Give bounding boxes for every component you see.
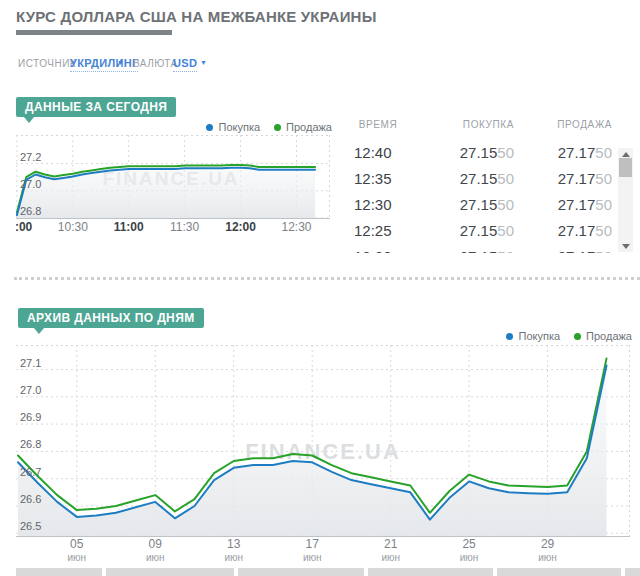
svg-text:09: 09 [149, 537, 163, 551]
svg-text:25: 25 [462, 537, 476, 551]
bottom-strip-segment [497, 568, 621, 576]
svg-text:июн: июн [146, 552, 165, 563]
svg-text:13: 13 [227, 537, 241, 551]
currency-label: ВАЛЮТА [133, 58, 178, 69]
title-underline [16, 30, 172, 35]
svg-text:05: 05 [70, 537, 84, 551]
arrow-down-icon [622, 244, 630, 249]
svg-text:12:00: 12:00 [225, 220, 256, 234]
legend-buy-label: Покупка [218, 121, 260, 133]
table-row: 12:25 27.1550 27.1750 [352, 217, 612, 243]
legend-item-sell[interactable]: Продажа [274, 121, 332, 133]
archive-chart[interactable]: FINANCE.UA27.127.026.926.826.726.626.505… [16, 345, 634, 565]
buy-dot-icon [506, 333, 513, 340]
table-row: 12:40 27.1550 27.1750 [352, 139, 612, 165]
svg-text:июн: июн [460, 552, 479, 563]
svg-text:21: 21 [384, 537, 398, 551]
sell-dot-icon [274, 124, 281, 131]
source-label: ИСТОЧНИК [18, 58, 76, 69]
buy-dot-icon [206, 124, 213, 131]
chevron-down-icon[interactable]: ▼ [200, 59, 207, 66]
row-sell: 27.1750 [518, 248, 612, 254]
table-row: 12:35 27.1550 27.1750 [352, 165, 612, 191]
row-time: 12:40 [352, 144, 404, 161]
bottom-strip-segment [368, 568, 493, 576]
row-sell: 27.1750 [518, 144, 612, 161]
row-buy: 27.1550 [408, 248, 514, 254]
svg-text:17: 17 [306, 537, 320, 551]
svg-text:26.7: 26.7 [20, 466, 41, 478]
archive-chart-legend: Покупка Продажа [505, 330, 632, 342]
svg-text:июн: июн [303, 552, 322, 563]
svg-text:12:30: 12:30 [281, 220, 311, 234]
svg-text:июн: июн [67, 552, 86, 563]
legend-sell-label: Продажа [286, 121, 332, 133]
bottom-strip-segment [16, 568, 102, 576]
row-buy: 27.1550 [408, 222, 514, 239]
arrow-up-icon [622, 152, 630, 157]
svg-text:26.8: 26.8 [20, 205, 41, 217]
page-title: КУРС ДОЛЛАРА США НА МЕЖБАНКЕ УКРАИНЫ [16, 8, 377, 25]
svg-text:26.5: 26.5 [20, 520, 41, 532]
archive-section-badge: АРХИВ ДАННЫХ ПО ДНЯМ [18, 308, 204, 328]
row-sell: 27.1750 [518, 222, 612, 239]
svg-text:июн: июн [224, 552, 243, 563]
svg-text:26.9: 26.9 [20, 411, 41, 423]
legend-item-sell[interactable]: Продажа [574, 330, 632, 342]
svg-text:10:00: 10:00 [16, 220, 33, 234]
col-header-sell: ПРОДАЖА [518, 119, 612, 130]
row-buy: 27.1550 [408, 170, 514, 187]
col-header-buy: ПОКУПКА [408, 119, 514, 130]
currency-dropdown[interactable]: USD [173, 57, 197, 72]
svg-text:10:30: 10:30 [58, 220, 88, 234]
legend-sell-label: Продажа [586, 330, 632, 342]
svg-text:29: 29 [541, 537, 555, 551]
row-sell: 27.1750 [518, 170, 612, 187]
today-chart[interactable]: FINANCE.UA27.227.026.810:0010:3011:0011:… [16, 135, 332, 241]
row-buy: 27.1550 [408, 196, 514, 213]
row-time: 12:20 [352, 248, 404, 254]
row-time: 12:30 [352, 196, 404, 213]
svg-text:июн: июн [381, 552, 400, 563]
today-section-badge: ДАННЫЕ ЗА СЕГОДНЯ [16, 97, 176, 117]
bottom-strip-segment [625, 568, 640, 576]
row-buy: 27.1550 [408, 144, 514, 161]
row-sell: 27.1750 [518, 196, 612, 213]
row-time: 12:25 [352, 222, 404, 239]
legend-buy-label: Покупка [518, 330, 560, 342]
svg-text:11:30: 11:30 [170, 220, 199, 234]
sell-dot-icon [574, 333, 581, 340]
badge-pointer [24, 117, 34, 123]
table-row: 12:30 27.1550 27.1750 [352, 191, 612, 217]
section-divider [14, 277, 640, 280]
svg-text:26.8: 26.8 [20, 438, 41, 450]
svg-text:27.1: 27.1 [20, 357, 41, 369]
svg-text:11:00: 11:00 [114, 220, 144, 234]
bottom-strip-segment [238, 568, 364, 576]
source-dropdown[interactable]: УКРДИЛИНГ [70, 57, 138, 72]
badge-pointer [34, 328, 44, 334]
svg-text:26.6: 26.6 [20, 493, 41, 505]
legend-item-buy[interactable]: Покупка [206, 121, 260, 133]
svg-text:27.0: 27.0 [20, 384, 41, 396]
today-chart-legend: Покупка Продажа [205, 121, 332, 133]
svg-text:июн: июн [538, 552, 557, 563]
scrollbar-thumb[interactable] [619, 158, 632, 177]
svg-text:27.0: 27.0 [20, 178, 41, 190]
bottom-strip-segment [106, 568, 234, 576]
table-row: 12:20 27.1550 27.1750 [352, 243, 612, 253]
row-time: 12:35 [352, 170, 404, 187]
col-header-time: ВРЕМЯ [352, 119, 404, 130]
legend-item-buy[interactable]: Покупка [506, 330, 560, 342]
chevron-down-icon[interactable]: ▼ [117, 59, 124, 66]
today-table: 12:40 27.1550 27.1750 12:35 27.1550 27.1… [352, 139, 612, 253]
today-table-header: ВРЕМЯ ПОКУПКА ПРОДАЖА [352, 119, 612, 130]
svg-text:27.2: 27.2 [20, 151, 41, 163]
table-scrollbar[interactable] [618, 148, 633, 252]
scroll-down-button[interactable] [618, 240, 633, 252]
